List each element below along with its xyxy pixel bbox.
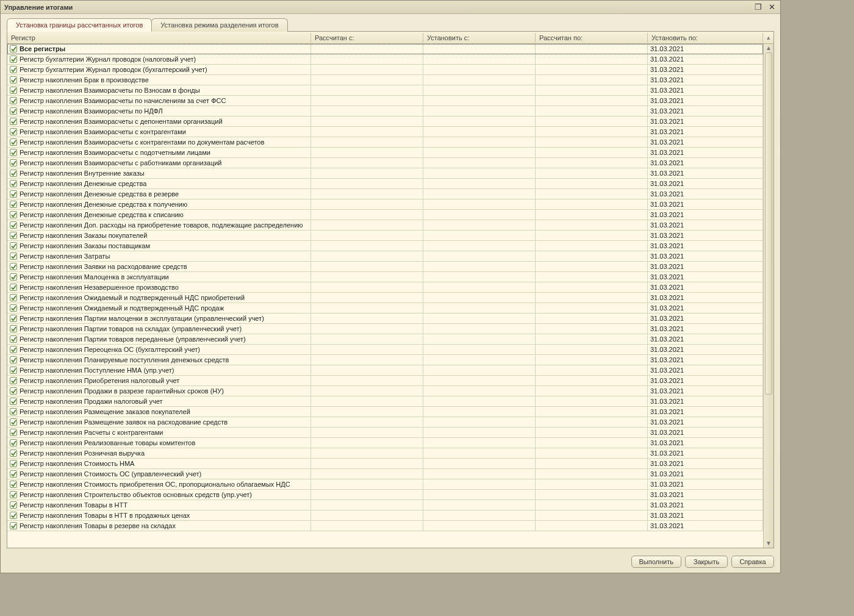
set-to-cell[interactable]: 31.03.2021	[648, 313, 763, 323]
register-cell[interactable]: Регистр накопления Взаиморасчеты с контр…	[7, 127, 311, 137]
checkbox-icon[interactable]	[10, 398, 17, 405]
execute-button[interactable]: Выполнить	[631, 556, 681, 568]
calc-to-cell[interactable]	[536, 345, 648, 354]
calc-from-cell[interactable]	[311, 490, 423, 500]
set-from-cell[interactable]	[423, 293, 536, 303]
calc-from-cell[interactable]	[311, 459, 423, 468]
set-to-cell[interactable]: 31.03.2021	[648, 210, 763, 220]
set-from-cell[interactable]	[423, 220, 536, 230]
table-row[interactable]: Регистр накопления Товары в НТТ в продаж…	[7, 510, 763, 521]
table-row[interactable]: Регистр накопления Взаиморасчеты по Взно…	[7, 85, 763, 96]
set-from-cell[interactable]	[423, 417, 536, 427]
table-row[interactable]: Регистр накопления Стоимость ОС (управле…	[7, 469, 763, 479]
table-row[interactable]: Регистр накопления Ожидаемый и подтвержд…	[7, 293, 763, 303]
set-from-cell[interactable]	[423, 521, 536, 531]
table-row[interactable]: Регистр бухгалтерии Журнал проводок (бух…	[7, 65, 763, 75]
set-to-cell[interactable]: 31.03.2021	[648, 510, 763, 520]
table-row[interactable]: Регистр накопления Заказы покупателей31.…	[7, 231, 763, 241]
calc-to-cell[interactable]	[536, 396, 648, 406]
set-from-cell[interactable]	[423, 272, 536, 282]
register-cell[interactable]: Регистр накопления Незавершенное произво…	[7, 282, 311, 292]
set-to-cell[interactable]: 31.03.2021	[648, 168, 763, 178]
register-cell[interactable]: Регистр бухгалтерии Журнал проводок (бух…	[7, 65, 311, 74]
set-to-cell[interactable]: 31.03.2021	[648, 293, 763, 303]
table-row[interactable]: Регистр накопления Реализованные товары …	[7, 438, 763, 448]
set-to-cell[interactable]: 31.03.2021	[648, 127, 763, 137]
table-row[interactable]: Регистр накопления Партии малоценки в эк…	[7, 313, 763, 324]
vertical-scrollbar[interactable]: ▲ ▼	[763, 44, 773, 548]
checkbox-icon[interactable]	[10, 149, 17, 156]
set-from-cell[interactable]	[423, 199, 536, 209]
register-cell[interactable]: Регистр накопления Планируемые поступлен…	[7, 355, 311, 365]
checkbox-icon[interactable]	[10, 242, 17, 249]
col-calc-to[interactable]: Рассчитан по:	[536, 33, 648, 43]
table-row[interactable]: Регистр накопления Ожидаемый и подтвержд…	[7, 303, 763, 313]
register-cell[interactable]: Регистр накопления Денежные средства к п…	[7, 199, 311, 209]
calc-from-cell[interactable]	[311, 365, 423, 375]
table-row[interactable]: Регистр накопления Розничная выручка31.0…	[7, 448, 763, 459]
register-cell[interactable]: Регистр бухгалтерии Журнал проводок (нал…	[7, 54, 311, 64]
table-row[interactable]: Регистр накопления Внутренние заказы31.0…	[7, 168, 763, 179]
set-to-cell[interactable]: 31.03.2021	[648, 303, 763, 313]
set-to-cell[interactable]: 31.03.2021	[648, 220, 763, 230]
checkbox-icon[interactable]	[10, 76, 17, 84]
checkbox-icon[interactable]	[10, 294, 17, 301]
calc-from-cell[interactable]	[311, 417, 423, 427]
calc-from-cell[interactable]	[311, 428, 423, 437]
checkbox-icon[interactable]	[10, 367, 17, 374]
calc-to-cell[interactable]	[536, 137, 648, 147]
calc-to-cell[interactable]	[536, 303, 648, 313]
col-register[interactable]: Регистр	[7, 33, 311, 43]
register-cell[interactable]: Регистр накопления Взаиморасчеты по Взно…	[7, 85, 311, 95]
set-to-cell[interactable]: 31.03.2021	[648, 417, 763, 427]
scroll-down-icon[interactable]: ▼	[766, 540, 772, 546]
set-from-cell[interactable]	[423, 448, 536, 458]
calc-from-cell[interactable]	[311, 220, 423, 230]
calc-to-cell[interactable]	[536, 272, 648, 282]
set-from-cell[interactable]	[423, 231, 536, 240]
register-cell[interactable]: Регистр накопления Заказы покупателей	[7, 231, 311, 240]
table-row[interactable]: Регистр накопления Затраты31.03.2021	[7, 251, 763, 262]
calc-from-cell[interactable]	[311, 127, 423, 137]
set-to-cell[interactable]: 31.03.2021	[648, 85, 763, 95]
calc-from-cell[interactable]	[311, 116, 423, 126]
calc-from-cell[interactable]	[311, 313, 423, 323]
calc-from-cell[interactable]	[311, 479, 423, 489]
set-from-cell[interactable]	[423, 324, 536, 334]
calc-to-cell[interactable]	[536, 179, 648, 188]
calc-from-cell[interactable]	[311, 324, 423, 334]
checkbox-icon[interactable]	[10, 221, 17, 229]
table-row[interactable]: Регистр накопления Стоимость НМА31.03.20…	[7, 459, 763, 469]
calc-to-cell[interactable]	[536, 438, 648, 448]
calc-from-cell[interactable]	[311, 386, 423, 396]
set-to-cell[interactable]: 31.03.2021	[648, 386, 763, 396]
set-from-cell[interactable]	[423, 85, 536, 95]
table-row[interactable]: Регистр накопления Взаиморасчеты с контр…	[7, 127, 763, 137]
calc-from-cell[interactable]	[311, 407, 423, 417]
checkbox-icon[interactable]	[10, 66, 17, 73]
table-row[interactable]: Регистр накопления Товары в НТТ31.03.202…	[7, 500, 763, 510]
checkbox-icon[interactable]	[10, 418, 17, 426]
checkbox-icon[interactable]	[10, 325, 17, 332]
checkbox-icon[interactable]	[10, 138, 17, 146]
set-from-cell[interactable]	[423, 334, 536, 344]
table-row[interactable]: Регистр накопления Партии товаров на скл…	[7, 324, 763, 334]
table-row[interactable]: Все регистры31.03.2021	[7, 44, 763, 54]
checkbox-icon[interactable]	[10, 346, 17, 353]
set-from-cell[interactable]	[423, 168, 536, 178]
calc-from-cell[interactable]	[311, 168, 423, 178]
register-cell[interactable]: Регистр накопления Реализованные товары …	[7, 438, 311, 448]
table-row[interactable]: Регистр бухгалтерии Журнал проводок (нал…	[7, 54, 763, 65]
calc-to-cell[interactable]	[536, 365, 648, 375]
checkbox-icon[interactable]	[10, 97, 17, 104]
set-to-cell[interactable]: 31.03.2021	[648, 479, 763, 489]
calc-to-cell[interactable]	[536, 220, 648, 230]
register-cell[interactable]: Регистр накопления Стоимость приобретени…	[7, 479, 311, 489]
calc-from-cell[interactable]	[311, 54, 423, 64]
calc-from-cell[interactable]	[311, 334, 423, 344]
calc-from-cell[interactable]	[311, 189, 423, 199]
calc-from-cell[interactable]	[311, 158, 423, 168]
register-cell[interactable]: Регистр накопления Партии товаров переда…	[7, 334, 311, 344]
calc-to-cell[interactable]	[536, 231, 648, 240]
calc-from-cell[interactable]	[311, 293, 423, 303]
